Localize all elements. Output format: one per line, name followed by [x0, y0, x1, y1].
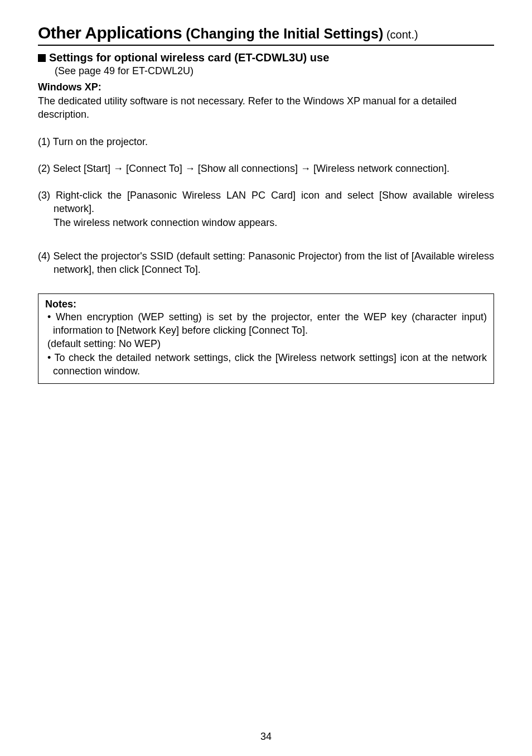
see-page-note: (See page 49 for ET-CDWL2U) — [55, 65, 494, 77]
step-1: (1) Turn on the projector. — [38, 135, 494, 148]
windows-xp-label: Windows XP: — [38, 81, 494, 93]
windows-xp-description: The dedicated utility software is not ne… — [38, 94, 494, 122]
document-page: Other Applications (Changing the Initial… — [0, 0, 532, 406]
title-sub: (Changing the Initial Settings) — [182, 26, 383, 41]
section-heading: Settings for optional wireless card (ET-… — [38, 51, 494, 64]
notes-box: Notes: • When encryption (WEP setting) i… — [38, 293, 494, 384]
step-2: (2) Select [Start] → [Connect To] → [Sho… — [38, 162, 494, 175]
notes-title: Notes: — [45, 298, 487, 310]
square-bullet-icon — [38, 54, 46, 62]
note-1: • When encryption (WEP setting) is set b… — [45, 310, 487, 338]
note-2: • To check the detailed network settings… — [45, 351, 487, 378]
step-3-continue: The wireless network connection window a… — [38, 216, 494, 229]
step-4: (4) Select the projector's SSID (default… — [38, 249, 494, 277]
step-3: (3) Right-click the [Panasonic Wireless … — [38, 189, 494, 216]
section-heading-text: Settings for optional wireless card (ET-… — [49, 51, 329, 64]
page-title-container: Other Applications (Changing the Initial… — [38, 23, 494, 46]
note-1-sub: (default setting: No WEP) — [45, 337, 487, 350]
title-cont: (cont.) — [383, 28, 418, 41]
title-main: Other Applications — [38, 23, 182, 42]
